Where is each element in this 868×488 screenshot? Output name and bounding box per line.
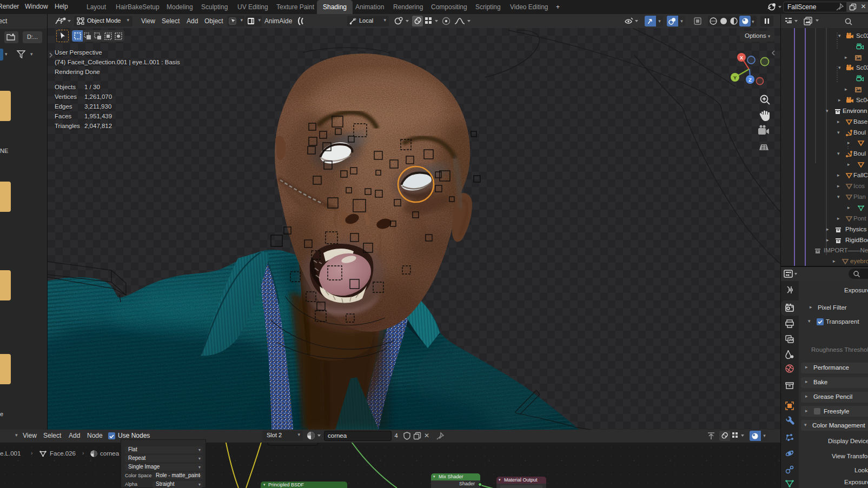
svg-text:Z: Z	[748, 77, 752, 83]
svg-text:X: X	[740, 55, 743, 61]
svg-text:Y: Y	[733, 75, 737, 81]
